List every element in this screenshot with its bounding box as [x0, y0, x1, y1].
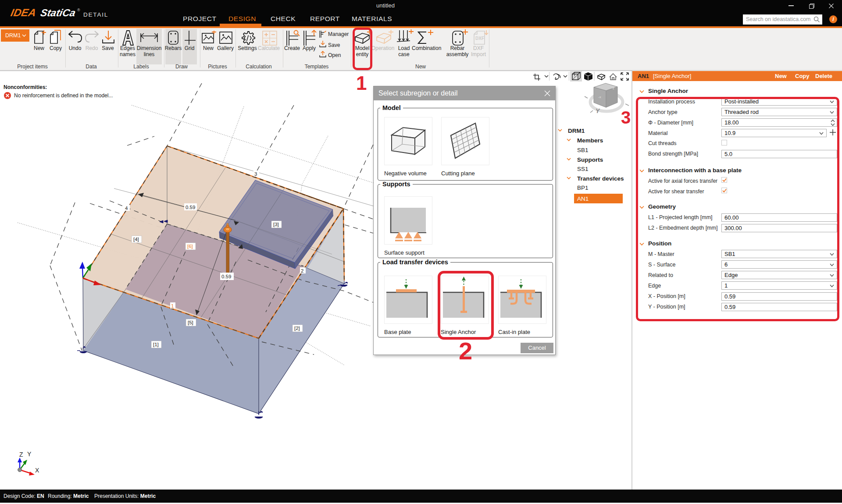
svg-text:1: 1: [171, 303, 174, 309]
svg-text:DXF: DXF: [475, 36, 484, 41]
svg-text:SB1: SB1: [577, 147, 589, 153]
svg-text:2: 2: [301, 268, 303, 273]
svg-text:4: 4: [125, 206, 128, 211]
svg-text:Members: Members: [577, 137, 603, 144]
svg-text:BP1: BP1: [577, 185, 589, 191]
svg-text:No reinforcement is defined in: No reinforcement is defined in the model…: [14, 92, 113, 99]
svg-text:IDEA: IDEA: [10, 7, 37, 18]
svg-text:Y: Y: [27, 451, 32, 458]
svg-text:Nonconformities:: Nonconformities:: [4, 84, 47, 90]
svg-text:0.59: 0.59: [186, 205, 195, 210]
svg-text:SS1: SS1: [577, 166, 589, 172]
svg-text:3: 3: [254, 171, 257, 177]
svg-text:[3]: [3]: [273, 222, 279, 227]
svg-text:-x: -x: [598, 95, 601, 99]
svg-text:[1]: [1]: [153, 342, 159, 347]
svg-text:X: X: [35, 467, 39, 474]
svg-text:[5]: [5]: [188, 320, 193, 325]
svg-text:[6]: [6]: [187, 244, 193, 249]
svg-text:0.59: 0.59: [221, 274, 231, 279]
svg-text:Z: Z: [19, 451, 23, 458]
svg-text:AN1: AN1: [577, 195, 589, 202]
svg-text:StatiCa: StatiCa: [39, 7, 77, 18]
svg-text:DRM1: DRM1: [568, 128, 585, 134]
svg-text:®: ®: [77, 8, 80, 12]
svg-text:Supports: Supports: [577, 156, 603, 163]
svg-text:[4]: [4]: [133, 237, 139, 242]
svg-text:-z: -z: [611, 86, 615, 90]
svg-text:Transfer devices: Transfer devices: [577, 175, 624, 182]
svg-text:[2]: [2]: [294, 326, 300, 331]
